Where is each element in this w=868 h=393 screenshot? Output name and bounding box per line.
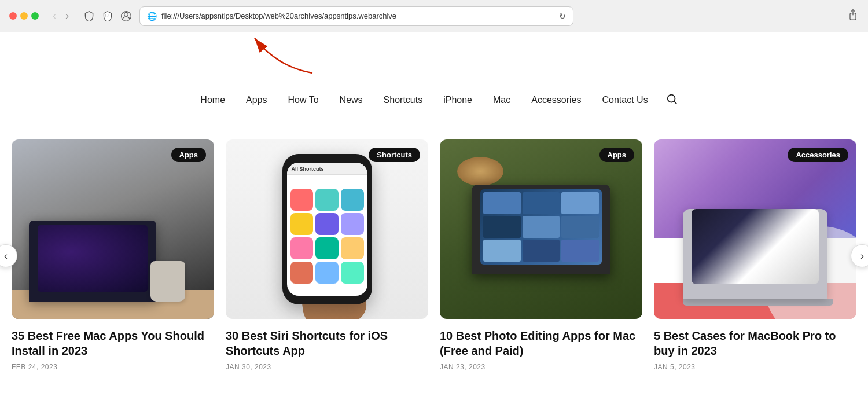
main-nav: Home Apps How To News Shortcuts iPhone M… — [0, 79, 868, 122]
arrow-annotation — [0, 32, 868, 79]
cards-container: Apps 35 Best Free Mac Apps You Should In… — [12, 139, 856, 371]
browser-right-controls — [847, 8, 859, 24]
nav-contact[interactable]: Contact Us — [592, 90, 659, 110]
bitwarden-icon[interactable]: U — [101, 10, 114, 23]
globe-icon: 🌐 — [147, 12, 157, 21]
browser-extension-icons: U — [83, 10, 133, 23]
profile-icon[interactable] — [120, 10, 133, 23]
card-4[interactable]: Accessories 5 Best Cases for MacBook Pro… — [654, 139, 856, 371]
card-4-date: JAN 5, 2023 — [654, 363, 856, 371]
card-3-title: 10 Best Photo Editing Apps for Mac (Free… — [440, 328, 642, 358]
svg-point-1 — [124, 12, 128, 16]
share-icon[interactable] — [847, 8, 859, 24]
card-1-image: Apps — [12, 139, 214, 319]
card-4-title: 5 Best Cases for MacBook Pro to buy in 2… — [654, 328, 856, 358]
minimize-button[interactable] — [20, 12, 28, 20]
card-3-badge: Apps — [599, 148, 635, 162]
svg-text:U: U — [105, 13, 108, 19]
maximize-button[interactable] — [31, 12, 39, 20]
nav-iphone[interactable]: iPhone — [433, 90, 483, 110]
card-2-badge: Shortcuts — [369, 148, 420, 162]
card-3-date: JAN 23, 2023 — [440, 363, 642, 371]
card-4-badge: Accessories — [788, 148, 848, 162]
back-button[interactable]: ‹ — [50, 9, 58, 23]
card-1-badge: Apps — [171, 148, 207, 162]
card-2-image: All Shortcuts Shortcuts — [226, 139, 428, 319]
url-text: file:///Users/appsntips/Desktop/web%20ar… — [161, 12, 554, 20]
card-1-date: FEB 24, 2023 — [12, 363, 214, 371]
url-bar[interactable]: 🌐 file:///Users/appsntips/Desktop/web%20… — [139, 6, 573, 26]
card-1-title: 35 Best Free Mac Apps You Should Install… — [12, 328, 214, 358]
search-icon[interactable] — [665, 93, 678, 108]
forward-button[interactable]: › — [63, 9, 71, 23]
reload-icon[interactable]: ↻ — [559, 12, 566, 21]
browser-navigation: ‹ › — [50, 9, 71, 23]
card-4-image: Accessories — [654, 139, 856, 319]
card-2-date: JAN 30, 2023 — [226, 363, 428, 371]
nav-shortcuts[interactable]: Shortcuts — [373, 90, 433, 110]
shield-icon[interactable] — [83, 10, 95, 23]
card-2[interactable]: All Shortcuts Shortcuts 30 Best Siri Sho… — [226, 139, 428, 371]
browser-chrome: ‹ › U 🌐 file:///Users/apps — [0, 0, 868, 32]
website-content: Home Apps How To News Shortcuts iPhone M… — [0, 79, 868, 393]
card-2-title: 30 Best Siri Shortcuts for iOS Shortcuts… — [226, 328, 428, 358]
card-3[interactable]: Apps 10 Best Photo Editing Apps for Mac … — [440, 139, 642, 371]
nav-news[interactable]: News — [329, 90, 373, 110]
card-3-image: Apps — [440, 139, 642, 319]
nav-howto[interactable]: How To — [278, 90, 329, 110]
window-controls — [9, 12, 39, 20]
card-1[interactable]: Apps 35 Best Free Mac Apps You Should In… — [12, 139, 214, 371]
close-button[interactable] — [9, 12, 17, 20]
cards-section: ‹ Apps 35 Best Free Mac Apps You Should … — [0, 122, 868, 393]
nav-accessories[interactable]: Accessories — [521, 90, 591, 110]
nav-mac[interactable]: Mac — [483, 90, 521, 110]
nav-home[interactable]: Home — [190, 90, 236, 110]
nav-apps[interactable]: Apps — [236, 90, 277, 110]
